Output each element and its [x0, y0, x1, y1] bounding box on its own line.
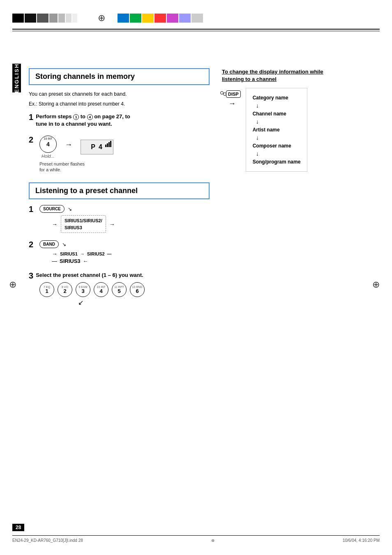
step1-number: 1: [29, 113, 33, 121]
pbtn4-num: 4: [99, 288, 102, 294]
circle-4: 4: [87, 114, 93, 120]
left-column: Storing channels in memory You can prese…: [29, 68, 218, 314]
sirius2-label: SIRIUS2: [87, 251, 105, 256]
bar1: [105, 145, 106, 147]
right-color-blocks: [118, 14, 203, 23]
storing-title: Storing channels in memory: [35, 72, 203, 81]
step2-display-area: P 4: [81, 140, 113, 154]
flow-category: Category name: [253, 93, 288, 102]
english-label: ENGLISH: [12, 64, 21, 92]
button-main-label: 4: [46, 141, 50, 147]
footer-rule: [12, 535, 380, 536]
lstep3-text: Select the preset channel (1 – 6) you wa…: [36, 272, 210, 279]
source-button-row: SOURCE ↘: [39, 205, 210, 213]
band-cursor: ↘: [62, 242, 66, 247]
flow-channel: Channel name: [253, 109, 286, 118]
source-arrow: →: [52, 221, 58, 228]
color-block-r1: [118, 14, 129, 23]
pbtn2-num: 2: [63, 288, 66, 294]
color-block-3: [37, 14, 48, 23]
color-block-r2: [130, 14, 141, 23]
band-button: BAND: [39, 240, 59, 248]
pbtn3-num: 3: [81, 288, 84, 294]
band-flow-row2: — SIRIUS3 ←: [52, 258, 210, 264]
color-block-r6: [179, 14, 191, 23]
lstep1-number: 1: [29, 205, 33, 213]
header-line2: listening to a channel: [222, 76, 277, 82]
listening-step1: 1 SOURCE ↘ → SIRIUS1/SIRIUS2/ SIRIUS3 →: [29, 205, 210, 233]
flow-arrow-4: ↓: [253, 150, 259, 157]
color-block-7: [72, 14, 77, 23]
sirius-arrow-out: →: [109, 221, 115, 228]
pbtn5-num: 5: [118, 288, 120, 294]
header-underline: To change the display information while: [222, 69, 323, 75]
listening-step3: 3 Select the preset channel (1 – 6) you …: [29, 272, 210, 306]
flow-arrow-1: ↓: [253, 102, 259, 109]
storing-body: You can preset six channels for each ban…: [29, 91, 210, 98]
right-crosshair: ⊕: [372, 279, 380, 290]
flow-composer: Composer name: [253, 141, 291, 150]
listening-title: Listening to a preset channel: [35, 187, 203, 195]
sirius-label2: SIRIUS3: [65, 225, 82, 230]
step2-number: 2: [29, 136, 33, 144]
band-diagram: BAND ↘ → SIRIUS1 → SIRIUS2 — —: [39, 240, 210, 264]
preset-btn-5[interactable]: 11 RPT 5: [112, 282, 127, 297]
color-block-6: [66, 14, 71, 23]
preset-btn-6[interactable]: 10 RND 6: [130, 282, 145, 297]
signal-bars: [105, 141, 111, 147]
page-number: 28: [12, 524, 24, 531]
band-flow-area: → SIRIUS1 → SIRIUS2 — — SIRIUS3 ←: [52, 251, 210, 264]
preset-btn-4[interactable]: 10 INT 4: [94, 282, 108, 297]
step1-text: Perform steps 1 to 4 on page 27, totune …: [36, 113, 210, 128]
pbtn1-num: 1: [45, 288, 48, 294]
preset-btn-2[interactable]: 8 VO 2: [58, 282, 72, 297]
circle-1: 1: [73, 114, 79, 120]
preset-btn-1[interactable]: 7 EQ 1: [39, 282, 54, 297]
sirius-box: SIRIUS1/SIRIUS2/ SIRIUS3: [61, 215, 106, 233]
flow-arrow-3: ↓: [253, 134, 259, 141]
footer-crosshair: ⊕: [211, 538, 214, 543]
color-block-2: [25, 14, 36, 23]
flow-arrow-2: ↓: [253, 118, 259, 125]
display-change-header: To change the display information while …: [222, 68, 380, 83]
step2-diagram: 10 INT 4 Hold... → P 4: [39, 136, 210, 159]
left-color-blocks: [12, 14, 77, 23]
flow-song: Song/program name: [253, 157, 301, 166]
band-button-row: BAND ↘: [39, 240, 210, 248]
sirius-label: SIRIUS1/SIRIUS2/: [65, 218, 102, 223]
disp-button-area: DISP →: [222, 88, 241, 108]
listening-step2: 2 BAND ↘ → SIRIUS1 → SIRIUS2 —: [29, 240, 210, 264]
step2-button: 10 INT 4: [39, 136, 57, 153]
pbtn6-num: 6: [136, 288, 138, 294]
display-mock: P 4: [81, 140, 113, 154]
preset-cursor: ↙: [78, 299, 210, 306]
color-block-r4: [154, 14, 166, 23]
band-flow-row1: → SIRIUS1 → SIRIUS2 —: [52, 251, 210, 257]
flow-artist: Artist name: [253, 125, 280, 134]
disp-arrow-down: →: [228, 99, 236, 108]
source-flow: → SIRIUS1/SIRIUS2/ SIRIUS3 →: [52, 215, 210, 233]
right-column: To change the display information while …: [218, 68, 380, 314]
preset-flash-text: Preset number flashes for a while.: [39, 161, 210, 173]
lstep2-number: 2: [29, 240, 33, 249]
listening-section-box: Listening to a preset channel: [29, 182, 210, 199]
band-dash2: —: [52, 258, 57, 264]
preset-btn-3[interactable]: 9 ESM 3: [76, 282, 90, 297]
step2-arrow: →: [65, 140, 72, 149]
left-crosshair: ⊕: [9, 279, 16, 290]
storing-example: Ex.: Storing a channel into preset numbe…: [29, 101, 210, 108]
sirius1-label: SIRIUS1: [60, 251, 78, 256]
color-block-4: [49, 14, 58, 23]
source-button: SOURCE: [39, 205, 65, 213]
footer-date: 10/6/04, 4:16:20 PM: [343, 538, 380, 543]
color-block-r3: [142, 14, 154, 23]
disp-button[interactable]: DISP: [226, 90, 241, 98]
disp-button-wrapper: DISP: [226, 88, 241, 98]
main-content: Storing channels in memory You can prese…: [0, 31, 392, 314]
hold-label: Hold...: [39, 154, 57, 159]
flow-diagram: Category name ↓ Channel name ↓ Artist na…: [246, 88, 308, 171]
top-crosshair: ⊕: [98, 13, 105, 23]
disp-area: DISP → Category name ↓ Channel name ↓ Ar…: [222, 88, 380, 171]
bar4: [110, 141, 111, 147]
bar3: [108, 142, 110, 147]
